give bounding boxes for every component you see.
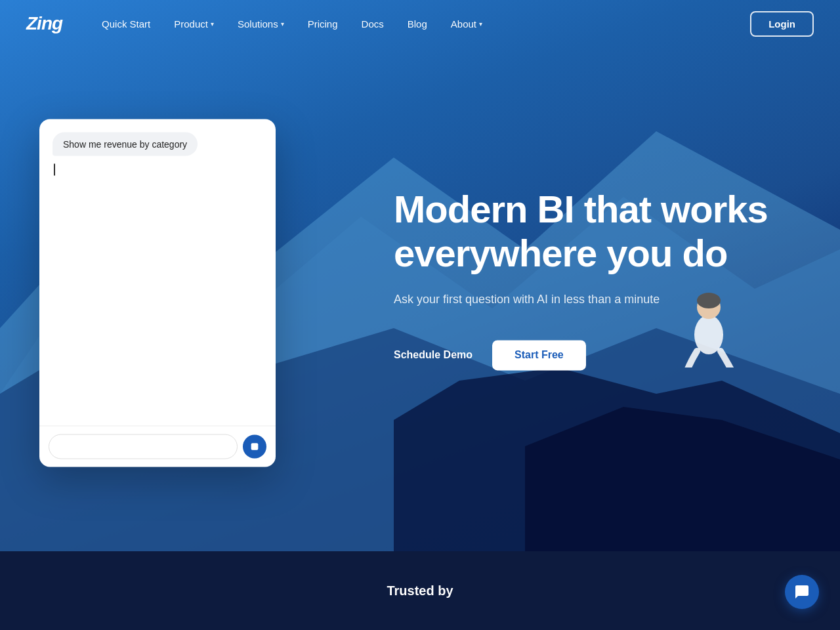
nav-pricing[interactable]: Pricing — [308, 18, 338, 30]
about-chevron-icon: ▾ — [479, 20, 482, 28]
chat-support-icon — [794, 584, 810, 600]
hero-content: Modern BI that works everywhere you do A… — [394, 188, 801, 370]
trusted-label: Trusted by — [387, 583, 453, 598]
nav-product[interactable]: Product ▾ — [174, 18, 214, 30]
nav-blog[interactable]: Blog — [408, 18, 427, 30]
chat-support-button[interactable] — [785, 575, 819, 609]
chat-card: Show me revenue by category — [39, 119, 276, 467]
trusted-section: Trusted by — [0, 551, 840, 630]
start-free-button[interactable]: Start Free — [492, 341, 586, 371]
cursor-blink — [54, 164, 55, 176]
svg-rect-8 — [251, 443, 259, 450]
brand-logo[interactable]: Zing — [26, 13, 62, 34]
chat-bubble-area: Show me revenue by category — [39, 119, 276, 426]
navbar: Zing Quick Start Product ▾ Solutions ▾ P… — [0, 0, 840, 47]
solutions-chevron-icon: ▾ — [281, 20, 284, 28]
nav-solutions[interactable]: Solutions ▾ — [238, 18, 284, 30]
chat-send-button[interactable] — [243, 435, 266, 459]
chat-input-area — [39, 426, 276, 467]
hero-buttons: Schedule Demo Start Free — [394, 341, 801, 371]
send-icon — [249, 442, 260, 452]
nav-about[interactable]: About ▾ — [451, 18, 482, 30]
nav-links: Quick Start Product ▾ Solutions ▾ Pricin… — [102, 18, 750, 30]
chat-bubble: Show me revenue by category — [52, 133, 198, 156]
login-button[interactable]: Login — [750, 11, 814, 37]
hero-title: Modern BI that works everywhere you do — [394, 188, 801, 275]
hero-subtitle: Ask your first question with AI in less … — [394, 291, 801, 309]
product-chevron-icon: ▾ — [211, 20, 214, 28]
schedule-demo-button[interactable]: Schedule Demo — [394, 350, 472, 362]
nav-docs[interactable]: Docs — [362, 18, 384, 30]
chat-input[interactable] — [49, 434, 238, 459]
nav-quick-start[interactable]: Quick Start — [102, 18, 150, 30]
hero-section: Zing Quick Start Product ▾ Solutions ▾ P… — [0, 0, 840, 551]
